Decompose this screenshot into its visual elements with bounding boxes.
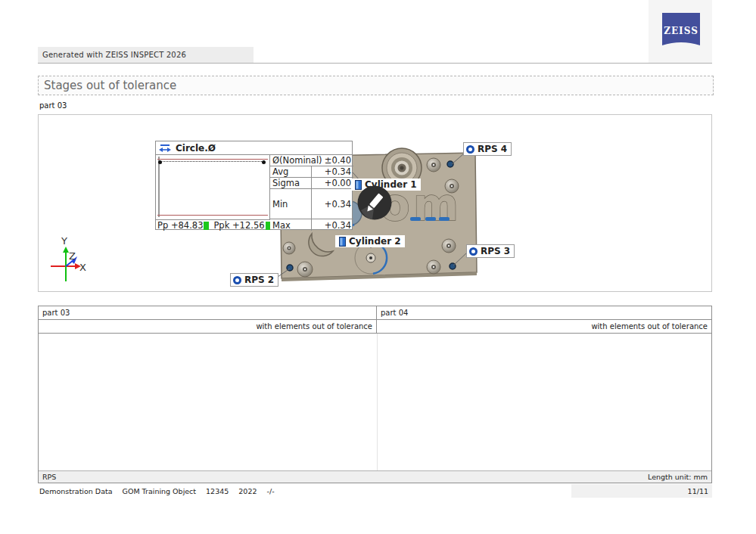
pp-value: +84.83 (171, 220, 204, 231)
stat-sigma-value: +0.00 (312, 178, 353, 188)
rps-circle-icon (233, 276, 241, 284)
stat-nominal-label: Ø(Nominal) (270, 155, 322, 166)
label-cylinder-2-text: Cylinder 2 (349, 236, 401, 247)
ppk-status-chip (266, 222, 270, 230)
process-capability-row: Pp +84.83 Ppk +12.56 (156, 219, 270, 231)
generated-with-label: Generated with ZEISS INSPECT 2026 (38, 47, 254, 63)
stat-avg-value: +0.34 (312, 166, 353, 177)
label-cylinder-2: Cylinder 2 (335, 235, 405, 247)
stat-max-value: +0.34 (312, 220, 353, 231)
footer-item: 2022 (238, 487, 257, 495)
stat-nominal-value: ±0.40 (322, 155, 353, 166)
rps-circle-icon (469, 247, 478, 256)
table-footer-strip: RPS Length unit: mm (39, 470, 711, 483)
cylinder-icon (339, 237, 346, 247)
edit-button[interactable] (357, 185, 392, 220)
footer-item: Demonstration Data (39, 487, 113, 495)
stat-avg-label: Avg (270, 166, 312, 177)
tolerance-marks-blue (410, 217, 450, 221)
callout-header: Circle.Ø (156, 141, 352, 155)
label-rps-2: RPS 2 (230, 273, 278, 287)
zeiss-logo: ZEISS (662, 13, 700, 49)
footer-meta: Demonstration Data GOM Training Object 1… (39, 484, 275, 498)
label-rps-3: RPS 3 (466, 244, 515, 258)
callout-stats: Ø(Nominal) ±0.40 Avg +0.34 Sigma +0.00 M… (270, 155, 353, 231)
label-rps-4: RPS 4 (463, 142, 512, 156)
upper-tolerance-line (157, 159, 268, 160)
stat-sigma-label: Sigma (270, 178, 312, 188)
pp-status-chip (204, 222, 208, 230)
trend-chart-icon (159, 144, 171, 153)
page-number: 11/11 (571, 484, 712, 498)
stat-min-value: +0.34 (312, 199, 353, 210)
rps-circle-icon (466, 145, 474, 154)
table-header-part03: part 03 (39, 306, 377, 319)
axis-triad: Y Z X (51, 235, 86, 281)
header-divider (38, 63, 712, 64)
table-footer-left: RPS (42, 473, 56, 481)
zeiss-logo-text: ZEISS (664, 26, 698, 36)
trend-point-last (262, 160, 266, 164)
table-header-row: part 03 part 04 (39, 306, 711, 320)
trend-series-line (160, 161, 263, 162)
footer-item: -/- (267, 487, 275, 495)
logo-block: ZEISS (649, 0, 712, 63)
length-unit-label: Length unit: mm (648, 473, 708, 481)
lower-tolerance-line (157, 215, 268, 216)
stage-comparison-table: part 03 part 04 with elements out of tol… (38, 306, 712, 483)
table-header-part04: part 04 (377, 306, 711, 319)
page-footer: Demonstration Data GOM Training Object 1… (38, 484, 712, 498)
report-page: ZEISS Generated with ZEISS INSPECT 2026 … (0, 0, 756, 534)
label-rps-3-text: RPS 3 (481, 246, 510, 256)
axis-z-label: Z (69, 250, 76, 262)
view-part-label: part 03 (39, 101, 67, 110)
table-subheader-part03: with elements out of tolerance (39, 320, 377, 333)
callout-title: Circle.Ø (176, 143, 216, 154)
ppk-value: +12.56 (232, 220, 265, 231)
ppk-label: Ppk (213, 220, 229, 231)
measurement-callout[interactable]: Circle.Ø Ø(Nominal) ±0.40 Avg +0.34 Sigm… (155, 141, 353, 230)
label-rps-4-text: RPS 4 (478, 144, 507, 154)
stat-max-label: Max (270, 219, 312, 231)
edit-pencil-icon (357, 185, 392, 220)
stat-min-label: Min (270, 189, 312, 219)
label-rps-2-text: RPS 2 (244, 275, 274, 285)
axis-y-label: Y (61, 235, 67, 247)
table-subheader-row: with elements out of tolerance with elem… (39, 320, 711, 334)
trend-point-first (158, 160, 162, 164)
axis-x-label: X (79, 262, 86, 273)
table-column-divider (377, 334, 378, 470)
footer-item: 12345 (206, 487, 229, 495)
trend-chart (156, 155, 270, 219)
table-subheader-part04: with elements out of tolerance (377, 320, 711, 333)
chart-y-axis (158, 157, 160, 217)
page-title[interactable]: Stages out of tolerance (38, 76, 714, 95)
footer-item: GOM Training Object (123, 487, 197, 495)
pp-label: Pp (157, 220, 168, 231)
